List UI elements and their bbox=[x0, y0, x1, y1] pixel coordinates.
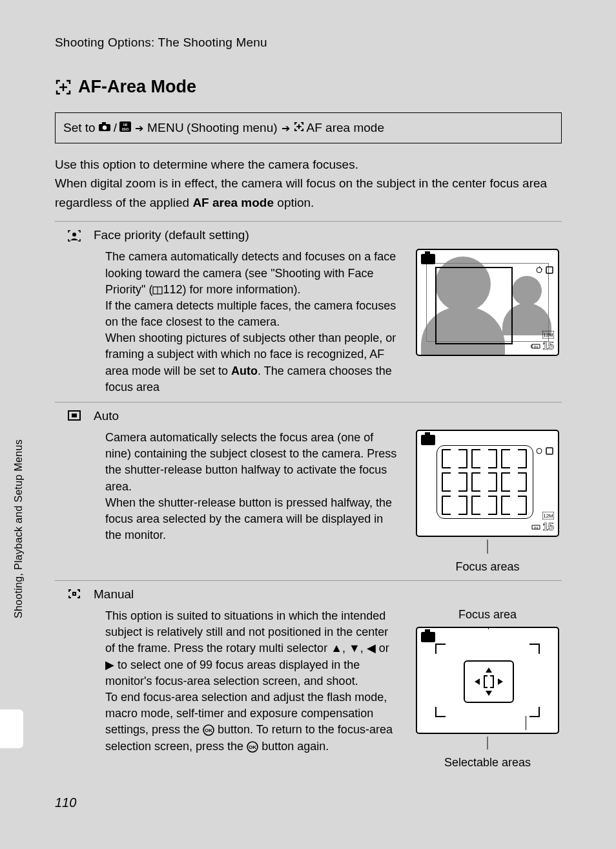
svg-text:IN: IN bbox=[534, 345, 538, 349]
overlay-top-right bbox=[535, 266, 554, 275]
arrow-right-icon: ➔ bbox=[134, 122, 145, 134]
caption-focus-areas: Focus areas bbox=[455, 560, 519, 574]
arrow-right-icon: ➔ bbox=[280, 122, 291, 134]
ok-button-icon: OK bbox=[203, 723, 214, 736]
mode-row-face-priority: AUTO Face priority (default setting) The… bbox=[55, 221, 562, 402]
svg-rect-3 bbox=[102, 122, 106, 125]
right-triangle-icon: ▶ bbox=[105, 658, 114, 671]
auto-mode-icon bbox=[55, 409, 94, 574]
up-triangle-icon: ▲ bbox=[331, 642, 342, 655]
svg-point-21 bbox=[537, 448, 542, 454]
mode-description: This option is suited to situations in w… bbox=[105, 608, 400, 755]
camera-icon bbox=[98, 121, 111, 135]
nav-prefix: Set to bbox=[63, 121, 96, 135]
mode-description: Camera automatically selects the focus a… bbox=[105, 430, 400, 543]
mode-row-auto: Auto Camera automatically selects the fo… bbox=[55, 402, 562, 580]
intro-text: Use this option to determine where the c… bbox=[55, 155, 562, 212]
left-triangle-icon: ◀ bbox=[367, 642, 376, 655]
intro-line-2: When digital zoom is in effect, the came… bbox=[55, 174, 562, 212]
selector-pad bbox=[464, 660, 514, 703]
mode-title: Auto bbox=[94, 409, 562, 423]
camera-mode-icon bbox=[421, 435, 435, 445]
svg-rect-27 bbox=[73, 592, 76, 595]
down-triangle-icon: ▼ bbox=[349, 642, 360, 655]
af-area-small-icon bbox=[294, 121, 304, 135]
svg-rect-15 bbox=[546, 267, 553, 273]
illustration-auto: 12M IN 15 bbox=[416, 430, 559, 537]
overlay-top-right bbox=[535, 446, 554, 456]
navigation-path-box: Set to / HIISO ➔ MENU (Shooting menu) ➔ … bbox=[55, 112, 562, 143]
section-title-text: AF-Area Mode bbox=[78, 77, 196, 97]
mode-title: Face priority (default setting) bbox=[94, 228, 562, 242]
overlay-bottom-right: 12M IN 15 bbox=[531, 512, 554, 533]
side-tab-label: Shooting, Playback and Setup Menus bbox=[13, 439, 25, 618]
svg-point-14 bbox=[537, 267, 542, 273]
manual-mode-icon bbox=[55, 587, 94, 770]
overlay-bottom-right: 12M IN 15 bbox=[531, 331, 554, 352]
menu-label: MENU bbox=[147, 121, 184, 135]
mode-description: The camera automatically detects and foc… bbox=[105, 249, 400, 395]
svg-text:ISO: ISO bbox=[122, 127, 129, 131]
caption-focus-area: Focus area bbox=[458, 608, 517, 622]
svg-text:OK: OK bbox=[249, 744, 256, 750]
illustration-manual bbox=[416, 627, 559, 734]
leader-line bbox=[487, 737, 488, 749]
svg-text:12M: 12M bbox=[543, 513, 553, 519]
svg-text:OK: OK bbox=[205, 728, 212, 733]
face-priority-icon: AUTO bbox=[55, 228, 94, 395]
intro-line-1: Use this option to determine where the c… bbox=[55, 155, 562, 174]
ok-button-icon: OK bbox=[247, 740, 258, 753]
af-area-icon bbox=[55, 79, 72, 96]
camera-mode-icon bbox=[421, 254, 435, 264]
page-ref-icon bbox=[152, 283, 163, 296]
mode-title: Manual bbox=[94, 587, 562, 602]
svg-point-4 bbox=[102, 125, 106, 129]
page-number: 110 bbox=[55, 795, 76, 810]
nav-menu-text: (Shooting menu) bbox=[187, 121, 277, 135]
nav-suffix: AF area mode bbox=[307, 121, 384, 135]
svg-text:HI: HI bbox=[123, 123, 127, 127]
mode-row-manual: Manual This option is suited to situatio… bbox=[55, 580, 562, 776]
leader-line bbox=[487, 540, 488, 554]
svg-text:IN: IN bbox=[534, 526, 538, 530]
page-content: Shooting Options: The Shooting Menu AF-A… bbox=[55, 36, 562, 776]
caption-selectable-areas: Selectable areas bbox=[444, 756, 531, 770]
side-tab-stub bbox=[0, 709, 23, 748]
section-title: AF-Area Mode bbox=[55, 77, 562, 97]
svg-point-10 bbox=[72, 233, 76, 236]
svg-rect-20 bbox=[72, 414, 77, 417]
slash: / bbox=[114, 121, 117, 135]
svg-text:12M: 12M bbox=[543, 332, 553, 338]
breadcrumb: Shooting Options: The Shooting Menu bbox=[55, 36, 562, 50]
hi-iso-icon: HIISO bbox=[119, 121, 131, 135]
svg-text:AUTO: AUTO bbox=[69, 242, 80, 242]
illustration-face-priority: 12M IN 15 bbox=[416, 249, 559, 356]
svg-rect-22 bbox=[546, 448, 553, 454]
camera-mode-icon bbox=[421, 632, 435, 642]
